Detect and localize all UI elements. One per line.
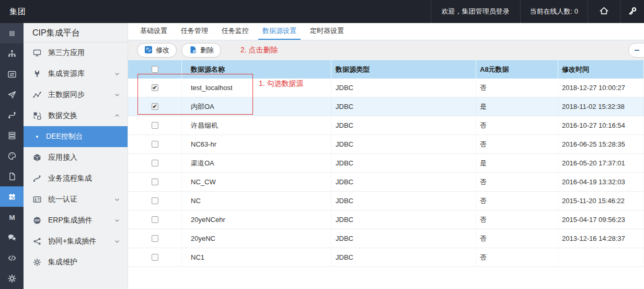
sidebar: CIP集成平台 第三方应用集成资源库主数据同步数据交换DEE控制台应用接入业务流… <box>24 23 128 289</box>
table-row[interactable]: 许昌烟机JDBC否2016-10-27 10:16:54 <box>128 116 644 135</box>
rail-item-m-module[interactable]: M <box>0 207 24 227</box>
edit-button-label: 修改 <box>156 46 169 55</box>
cell-time: 2016-05-20 17:37:01 <box>558 154 644 172</box>
cell-a8: 是 <box>476 97 558 116</box>
cell-type: JDBC <box>331 79 476 97</box>
cell-type: JDBC <box>331 229 476 248</box>
table-row[interactable]: NC63-hrJDBC否2016-06-25 15:28:35 <box>128 135 644 154</box>
sidebar-item-label: 第三方应用 <box>48 48 85 58</box>
row-checkbox[interactable]: ✔ <box>152 103 158 110</box>
table-row[interactable]: 20yeNCehrJDBC否2015-04-17 09:56:23 <box>128 210 644 229</box>
row-checkbox[interactable] <box>152 179 158 185</box>
table-row[interactable]: ✔内部OAJDBC是2018-11-02 15:32:38 <box>128 97 644 116</box>
chevron-down-icon <box>114 238 120 244</box>
sidebar-item-gear[interactable]: 集成维护 <box>24 252 128 273</box>
table-header: 数据源名称 数据源类型 A8元数据 修改时间 <box>128 60 644 79</box>
row-checkbox[interactable] <box>152 197 158 204</box>
gear-icon <box>33 258 42 266</box>
table-row[interactable]: ✔test_localhostJDBC否2018-12-27 10:00:27 <box>128 79 644 97</box>
home-button[interactable] <box>588 0 620 23</box>
row-checkbox[interactable] <box>152 122 158 129</box>
sidebar-item-label: 数据交换 <box>48 111 77 120</box>
sidebar-item-share[interactable]: 协同+集成插件 <box>24 231 128 252</box>
cell-a8: 否 <box>476 192 558 210</box>
erp-icon: ERP <box>33 216 42 225</box>
select-all-checkbox[interactable] <box>152 66 158 73</box>
apps-icon <box>7 192 17 202</box>
sidebar-item-flow[interactable]: 业务流程集成 <box>24 168 128 189</box>
bullet-icon <box>36 136 38 138</box>
cell-type: JDBC <box>331 248 476 266</box>
code-icon <box>7 253 17 263</box>
dash-icon <box>635 50 639 51</box>
collapse-pill-button[interactable] <box>628 43 644 58</box>
sidebar-item-monitor[interactable]: 第三方应用 <box>24 42 128 63</box>
panel-toggle-icon <box>7 28 17 39</box>
table-row[interactable]: NC_CWJDBC否2016-04-19 13:32:03 <box>128 173 644 192</box>
rail-item-apps[interactable] <box>0 186 24 207</box>
tab-bar: 基础设置任务管理任务监控数据源设置定时器设置 <box>128 23 644 40</box>
tab-4[interactable]: 定时器设置 <box>306 23 348 40</box>
cell-time: 2018-12-27 10:00:27 <box>558 79 644 97</box>
table-row[interactable]: 20yeNCJDBC否2013-12-16 14:28:37 <box>128 229 644 248</box>
brand-title: 集团 <box>9 7 26 17</box>
row-checkbox[interactable] <box>152 254 158 261</box>
tab-0[interactable]: 基础设置 <box>136 23 171 40</box>
cell-name: 20yeNCehr <box>182 210 331 229</box>
edit-icon <box>144 46 153 55</box>
rail-item-panel-toggle[interactable] <box>0 23 24 43</box>
sidebar-item-nodes[interactable]: 主数据同步 <box>24 84 128 105</box>
rail-item-settings-gear[interactable] <box>0 268 24 288</box>
m-module-icon: M <box>7 212 17 223</box>
row-checkbox[interactable]: ✔ <box>152 84 158 91</box>
tab-3[interactable]: 数据源设置 <box>258 23 301 40</box>
cell-type: JDBC <box>331 135 476 153</box>
main-panel: 基础设置任务管理任务监控数据源设置定时器设置 修改 删除 2. 点击删除 数据源… <box>128 23 644 289</box>
rail-item-messages[interactable] <box>0 227 24 248</box>
sidebar-item-idcard[interactable]: 统一认证 <box>24 189 128 210</box>
table-body: ✔test_localhostJDBC否2018-12-27 10:00:27✔… <box>128 79 644 267</box>
topbar-right: 欢迎，集团管理员登录 当前在线人数: 0 <box>431 0 644 23</box>
chevron-down-icon <box>114 71 120 77</box>
tab-2[interactable]: 任务监控 <box>217 23 253 40</box>
rail-item-palette[interactable] <box>0 146 24 166</box>
chevron-down-icon <box>114 92 120 98</box>
cell-name: 内部OA <box>182 97 331 116</box>
row-checkbox[interactable] <box>152 235 158 242</box>
delete-button-label: 删除 <box>200 46 214 55</box>
rail-item-database-stack[interactable] <box>0 125 24 146</box>
table-row[interactable]: 渠道OAJDBC是2016-05-20 17:37:01 <box>128 154 644 173</box>
cube-icon <box>33 153 42 162</box>
cell-time: 2013-12-16 14:28:37 <box>558 229 644 248</box>
table-row[interactable]: NC1JDBC否 <box>128 248 644 267</box>
key-icon <box>627 6 638 18</box>
key-button[interactable] <box>620 0 644 23</box>
cell-type: JDBC <box>331 192 476 210</box>
app-shell: M CIP集成平台 第三方应用集成资源库主数据同步数据交换DEE控制台应用接入业… <box>0 23 644 289</box>
rail-item-org-chart[interactable] <box>0 43 24 64</box>
row-checkbox[interactable] <box>152 216 158 223</box>
cell-time: 2015-04-17 09:56:23 <box>558 210 644 229</box>
rail-item-send[interactable] <box>0 84 24 105</box>
cell-type: JDBC <box>331 210 476 229</box>
edit-button[interactable]: 修改 <box>137 43 177 58</box>
database-stack-icon <box>7 130 17 141</box>
sidebar-item-erp[interactable]: ERPERP集成插件 <box>24 210 128 231</box>
sidebar-item-plug[interactable]: 集成资源库 <box>24 63 128 84</box>
palette-icon <box>7 151 17 161</box>
sidebar-menu: 第三方应用集成资源库主数据同步数据交换DEE控制台应用接入业务流程集成统一认证E… <box>24 42 128 273</box>
row-checkbox[interactable] <box>152 160 158 166</box>
delete-button[interactable]: 删除 <box>181 43 221 58</box>
sidebar-item-active[interactable]: DEE控制台 <box>24 126 128 147</box>
rail-item-code[interactable] <box>0 248 24 268</box>
table-row[interactable]: NCJDBC否2015-11-20 15:46:22 <box>128 192 644 210</box>
row-checkbox[interactable] <box>152 141 158 148</box>
sidebar-item-cube[interactable]: 应用接入 <box>24 147 128 168</box>
sidebar-item-puzzle[interactable]: 数据交换 <box>24 105 128 126</box>
rail-item-document[interactable] <box>0 166 24 186</box>
tab-1[interactable]: 任务管理 <box>177 23 212 40</box>
cell-time: 2016-06-25 15:28:35 <box>558 135 644 153</box>
rail-item-settings-panel[interactable] <box>0 64 24 84</box>
rail-item-workflow[interactable] <box>0 105 24 125</box>
cell-time <box>558 248 644 266</box>
